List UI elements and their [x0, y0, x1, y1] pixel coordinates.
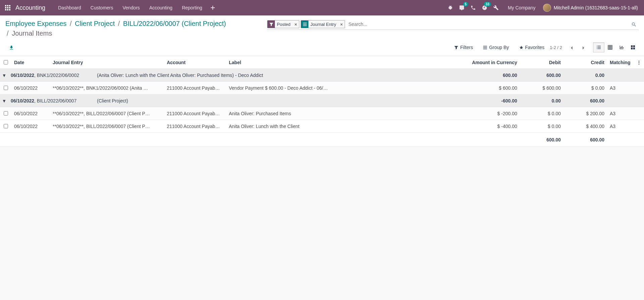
group-title: (Anita Oliver: Lunch with the Client Ani… — [94, 73, 456, 78]
facet-remove[interactable]: × — [292, 22, 299, 27]
svg-rect-7 — [7, 9, 8, 10]
view-list-button[interactable] — [593, 42, 604, 52]
cell-amount: $ -200.00 — [456, 111, 520, 116]
facet-label: Posted — [275, 22, 292, 27]
pager-next[interactable] — [579, 43, 588, 51]
view-graph-button[interactable] — [616, 42, 627, 52]
favorites-button[interactable]: Favorites — [519, 45, 545, 50]
cell-credit: $ 200.00 — [563, 111, 607, 116]
pager-prev[interactable] — [567, 43, 576, 51]
col-matching[interactable]: Matching — [607, 60, 634, 65]
cell-debit: $ 600.00 — [520, 85, 563, 91]
cell-journal-entry: **06/10/2022**, BILL/2022/06/0007 (Clien… — [50, 124, 164, 129]
cell-date: 06/10/2022 — [11, 111, 50, 116]
group-amount: 600.00 — [456, 73, 520, 78]
table-row[interactable]: 06/10/2022**06/10/2022**, BNK1/2022/06/0… — [0, 82, 644, 94]
nav-link-accounting[interactable]: Accounting — [145, 0, 177, 15]
bc-link-1[interactable]: Employee Expenses — [5, 20, 66, 27]
view-pivot-button[interactable] — [604, 42, 616, 52]
bug-icon[interactable] — [445, 0, 456, 15]
search-bar[interactable]: Posted × Journal Entry × — [267, 19, 639, 30]
cell-date: 06/10/2022 — [11, 124, 50, 129]
cell-label: Vendor Payment $ 600.00 - Deco Addict - … — [226, 85, 456, 91]
col-label[interactable]: Label — [226, 60, 456, 65]
caret-down-icon[interactable]: ▾ — [0, 98, 8, 103]
phone-icon[interactable] — [467, 0, 479, 15]
col-debit[interactable]: Debit — [520, 60, 563, 65]
groupby-label: Group By — [489, 45, 509, 50]
view-kanban-button[interactable] — [627, 42, 639, 52]
plus-icon[interactable] — [207, 0, 218, 15]
cell-debit: $ 0.00 — [520, 111, 563, 116]
cell-journal-entry: **06/10/2022**, BILL/2022/06/0007 (Clien… — [50, 111, 164, 116]
group-credit: 0.00 — [563, 73, 607, 78]
caret-down-icon[interactable]: ▾ — [0, 73, 8, 78]
pager-text[interactable]: 1-2 / 2 — [550, 45, 562, 50]
col-journal-entry[interactable]: Journal Entry — [50, 60, 164, 65]
tools-icon[interactable] — [490, 0, 502, 15]
row-checkbox[interactable] — [4, 111, 8, 116]
nav-link-reporting[interactable]: Reporting — [177, 0, 207, 15]
activity-icon[interactable]: 33 — [479, 0, 490, 15]
control-panel: Employee Expenses / Client Project / BIL… — [0, 15, 644, 56]
apps-icon[interactable] — [3, 3, 12, 12]
column-options-button[interactable]: ⋮ — [634, 60, 644, 65]
bc-sep: / — [118, 20, 120, 27]
svg-rect-12 — [483, 46, 487, 47]
svg-rect-4 — [7, 7, 8, 8]
star-icon — [519, 45, 524, 50]
col-account[interactable]: Account — [164, 60, 226, 65]
data-grid: Date Journal Entry Account Label Amount … — [0, 56, 644, 147]
app-name[interactable]: Accounting — [15, 4, 45, 11]
bc-sep: / — [70, 20, 72, 27]
group-row[interactable]: ▾06/10/2022, BILL/2022/06/0007(Client Pr… — [0, 94, 644, 107]
select-all-checkbox[interactable] — [4, 60, 8, 65]
search-input[interactable] — [346, 21, 629, 28]
nav-link-customers[interactable]: Customers — [86, 0, 118, 15]
groupby-button[interactable]: Group By — [483, 45, 509, 50]
row-checkbox[interactable] — [4, 86, 8, 90]
user-name: Mitchell Admin (16312683-saas-15-1-all) — [554, 5, 638, 10]
group-debit: 600.00 — [520, 73, 563, 78]
table-row[interactable]: 06/10/2022**06/10/2022**, BILL/2022/06/0… — [0, 107, 644, 120]
bc-link-2[interactable]: Client Project — [75, 20, 115, 27]
company-selector[interactable]: My Company — [502, 0, 540, 15]
svg-rect-13 — [483, 47, 487, 48]
bc-link-3[interactable]: BILL/2022/06/0007 (Client Project) — [123, 20, 226, 27]
filters-button[interactable]: Filters — [454, 45, 473, 50]
download-icon[interactable] — [9, 44, 14, 50]
svg-rect-1 — [7, 5, 8, 6]
filters-label: Filters — [460, 45, 473, 50]
filter-icon — [267, 20, 275, 28]
nav-link-dashboard[interactable]: Dashboard — [53, 0, 86, 15]
col-amount[interactable]: Amount in Currency — [456, 60, 520, 65]
group-row[interactable]: ▾06/10/2022, BNK1/2022/06/0002(Anita Oli… — [0, 69, 644, 82]
nav-link-vendors[interactable]: Vendors — [118, 0, 144, 15]
cell-credit: $ 0.00 — [563, 85, 607, 91]
svg-rect-9 — [303, 23, 306, 23]
user-menu[interactable]: Mitchell Admin (16312683-saas-15-1-all) — [540, 4, 641, 12]
svg-rect-15 — [631, 45, 633, 47]
cell-amount: $ 600.00 — [456, 85, 520, 91]
col-date[interactable]: Date — [11, 60, 50, 65]
svg-rect-2 — [9, 5, 10, 6]
chat-icon[interactable]: 5 — [456, 0, 467, 15]
svg-rect-0 — [5, 5, 6, 6]
facet-remove[interactable]: × — [338, 22, 345, 27]
cell-matching: A3 — [607, 111, 634, 116]
search-facet-journal-entry: Journal Entry × — [301, 20, 345, 28]
favorites-label: Favorites — [525, 45, 545, 50]
group-date-ref: 06/10/2022, BILL/2022/06/0007 — [8, 98, 94, 103]
cell-matching: A3 — [607, 85, 634, 91]
svg-rect-17 — [631, 48, 633, 49]
table-row[interactable]: 06/10/2022**06/10/2022**, BILL/2022/06/0… — [0, 120, 644, 133]
total-credit: 600.00 — [563, 137, 607, 142]
col-credit[interactable]: Credit — [563, 60, 607, 65]
group-debit: 0.00 — [520, 98, 563, 103]
cell-label: Anita Oliver: Purchased Items — [226, 111, 456, 116]
search-icon[interactable] — [629, 21, 639, 27]
cell-debit: $ 0.00 — [520, 124, 563, 129]
row-checkbox[interactable] — [4, 124, 8, 128]
svg-rect-6 — [5, 9, 6, 10]
cell-amount: $ -400.00 — [456, 124, 520, 129]
